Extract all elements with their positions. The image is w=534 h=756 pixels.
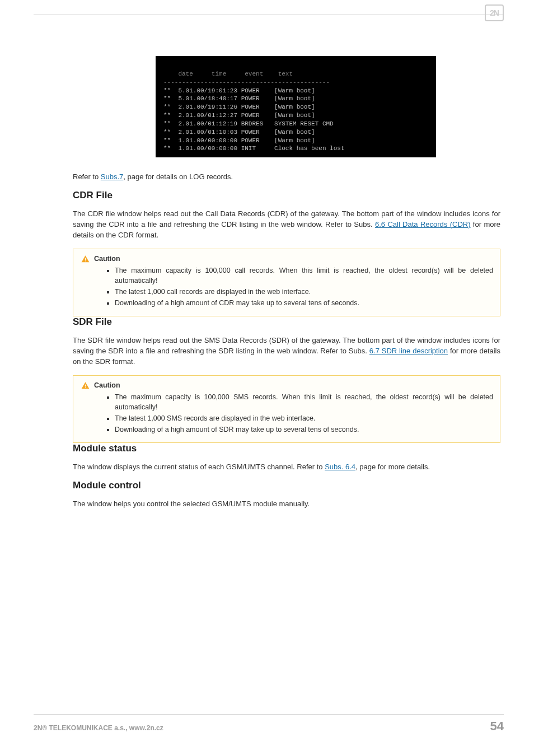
module-control-title: Module control (73, 480, 500, 491)
caution-item: Downloading of a high amount of CDR may … (115, 298, 493, 308)
main-content: date time event text -------------------… (73, 34, 500, 517)
log-row: ** 2.01.00/01:10:03 POWER [Warm boot] (163, 129, 315, 136)
module-control-body: The window helps you control the selecte… (73, 499, 500, 510)
module-status-body: The window displays the current status o… (73, 462, 500, 473)
sdr-body: The SDR file window helps read out the S… (73, 335, 500, 367)
header-divider (34, 15, 504, 15)
sdr-link[interactable]: 6.7 SDR line description (369, 347, 448, 355)
log-row: ** 2.01.00/19:11:26 POWER [Warm boot] (163, 104, 315, 110)
cdr-link[interactable]: 6.6 Call Data Records (CDR) (375, 220, 471, 228)
log-records-block: date time event text -------------------… (156, 56, 436, 157)
svg-rect-1 (85, 260, 86, 261)
log-separator: ----------------------------------------… (163, 79, 330, 86)
subs7-link[interactable]: Subs.7 (101, 172, 123, 181)
subs64-link[interactable]: Subs. 6.4 (325, 463, 355, 471)
refer-subs7-text: Refer to Subs.7, page for details on LOG… (73, 172, 500, 183)
cdr-caution-box: Caution The maximum capacity is 100,000 … (73, 249, 500, 317)
log-row: ** 5.01.00/19:01:23 POWER [Warm boot] (163, 87, 315, 94)
caution-item: The latest 1,000 call records are displa… (115, 287, 493, 297)
log-header: date time event text (163, 71, 293, 77)
caution-list: The maximum capacity is 100,000 call rec… (115, 265, 493, 309)
caution-item: Downloading of a high amount of SDR may … (115, 424, 493, 435)
caution-item: The latest 1,000 SMS records are display… (115, 413, 493, 423)
cdr-body: The CDR file window helps read out the C… (73, 209, 500, 241)
brand-logo: 2N (485, 4, 504, 21)
cdr-title: CDR File (73, 190, 500, 201)
log-row: ** 2.01.00/01:12:19 BRDRES SYSTEM RESET … (163, 120, 334, 127)
log-row: ** 1.01.00/00:00:00 INIT Clock has been … (163, 145, 344, 152)
caution-item: The maximum capacity is 100,000 SMS reco… (115, 392, 493, 412)
logo-text: 2N (485, 4, 504, 21)
caution-title: Caution (94, 255, 120, 263)
caution-list: The maximum capacity is 100,000 SMS reco… (115, 392, 493, 435)
warning-icon (81, 255, 90, 263)
caution-title: Caution (94, 381, 120, 389)
warning-icon (81, 381, 90, 390)
log-row: ** 1.01.00/00:00:00 POWER [Warm boot] (163, 137, 315, 144)
sdr-caution-box: Caution The maximum capacity is 100,000 … (73, 375, 500, 444)
module-status-title: Module status (73, 443, 500, 454)
page-footer: 2N® TELEKOMUNIKACE a.s., www.2n.cz 54 (34, 714, 504, 734)
page-number: 54 (490, 719, 504, 734)
caution-item: The maximum capacity is 100,000 call rec… (115, 265, 493, 286)
log-row: ** 2.01.00/01:12:27 POWER [Warm boot] (163, 112, 315, 119)
svg-rect-2 (85, 384, 86, 386)
footer-company: 2N® TELEKOMUNIKACE a.s., www.2n.cz (34, 724, 163, 732)
svg-rect-0 (85, 258, 86, 260)
svg-rect-3 (85, 387, 86, 388)
sdr-title: SDR File (73, 316, 500, 328)
log-row: ** 5.01.00/18:40:17 POWER [Warm boot] (163, 95, 315, 102)
